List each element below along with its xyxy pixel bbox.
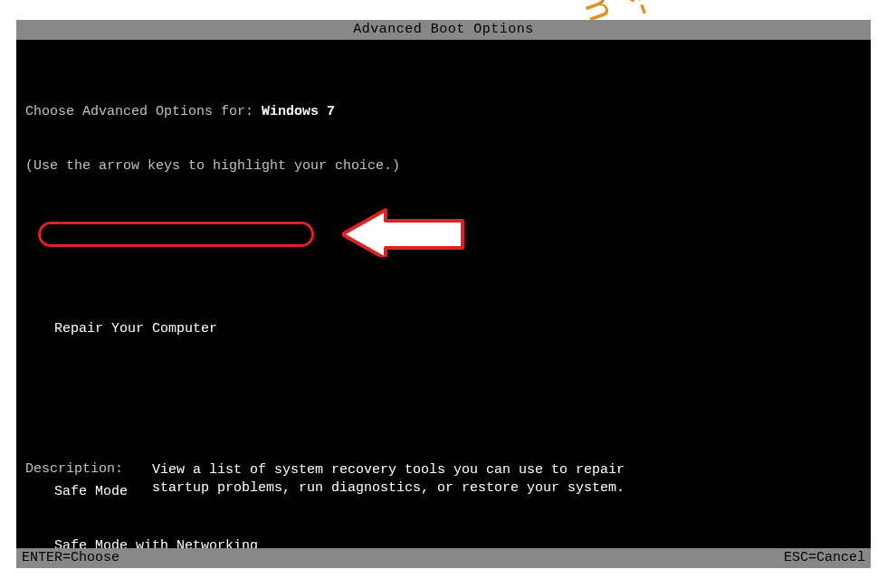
footer-esc: ESC=Cancel: [784, 548, 865, 568]
os-name: Windows 7: [262, 104, 335, 119]
title-text: Advanced Boot Options: [353, 22, 534, 37]
boot-screen: Advanced Boot Options Choose Advanced Op…: [16, 20, 871, 568]
title-bar: Advanced Boot Options: [16, 20, 871, 40]
prompt-line: Choose Advanced Options for: Windows 7: [25, 103, 862, 121]
footer-bar: ENTER=Choose ESC=Cancel: [16, 548, 871, 568]
description-label: Description:: [25, 461, 152, 498]
description-row: Description: View a list of system recov…: [25, 461, 659, 498]
hint-line: (Use the arrow keys to highlight your ch…: [25, 157, 862, 175]
footer-enter: ENTER=Choose: [22, 548, 119, 568]
menu-repair[interactable]: Repair Your Computer: [25, 320, 862, 338]
description-text: View a list of system recovery tools you…: [152, 461, 659, 498]
content-area: Choose Advanced Options for: Windows 7 (…: [16, 40, 871, 588]
